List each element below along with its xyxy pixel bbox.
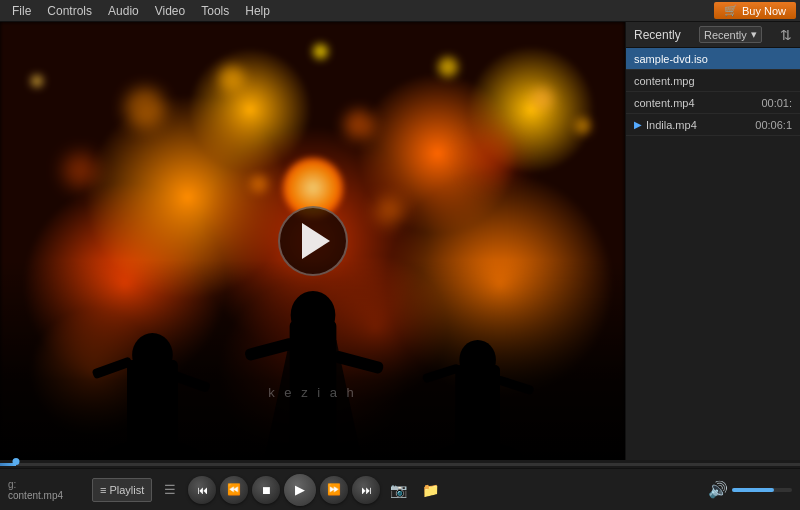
file-name-0: sample-dvd.iso (634, 53, 788, 65)
file-duration-2: 00:01: (761, 97, 792, 109)
seek-bar-container[interactable] (0, 460, 800, 468)
menu-controls[interactable]: Controls (39, 2, 100, 20)
rewind-button[interactable]: ⏪ (220, 476, 248, 504)
menu-tools[interactable]: Tools (193, 2, 237, 20)
menu-audio[interactable]: Audio (100, 2, 147, 20)
sidebar: Recently Recently ▾ ⇅ sample-dvd.iso con… (625, 22, 800, 460)
bokeh-2 (219, 66, 244, 91)
sidebar-file-item-0[interactable]: sample-dvd.iso (626, 48, 800, 70)
bottom-controls-bar: g: content.mp4 ≡ Playlist ☰ ⏮ ⏪ ⏹ ▶ ⏩ ⏭ … (0, 468, 800, 510)
file-name-2: content.mp4 (634, 97, 757, 109)
next-button[interactable]: ⏭ (352, 476, 380, 504)
file-info: g: content.mp4 (8, 479, 88, 501)
bokeh-1 (125, 88, 165, 128)
play-button[interactable] (278, 206, 348, 276)
video-area[interactable]: k e z i a h (0, 22, 625, 460)
playlist-button[interactable]: ≡ Playlist (92, 478, 152, 502)
cart-icon: 🛒 (724, 4, 738, 17)
sidebar-file-item-1[interactable]: content.mpg (626, 70, 800, 92)
buy-now-button[interactable]: 🛒 Buy Now (714, 2, 796, 19)
bokeh-8 (531, 88, 553, 110)
bokeh-6 (313, 44, 328, 59)
play-pause-button[interactable]: ▶ (284, 474, 316, 506)
sidebar-header: Recently Recently ▾ ⇅ (626, 22, 800, 48)
sidebar-file-item-3[interactable]: ▶ Indila.mp4 00:06:1 (626, 114, 800, 136)
svg-point-7 (291, 291, 336, 339)
sidebar-file-list: sample-dvd.iso content.mpg content.mp4 0… (626, 48, 800, 136)
file-info-line1: g: (8, 479, 88, 490)
playing-indicator-icon: ▶ (634, 119, 642, 130)
bokeh-4 (438, 57, 458, 77)
menu-help[interactable]: Help (237, 2, 278, 20)
list-view-button[interactable]: ☰ (156, 476, 184, 504)
playlist-lines-icon: ≡ (100, 484, 106, 496)
bokeh-7 (469, 132, 519, 182)
bokeh-5 (63, 153, 98, 188)
menu-video[interactable]: Video (147, 2, 193, 20)
seek-bar-track (0, 463, 800, 466)
sidebar-file-item-2[interactable]: content.mp4 00:01: (626, 92, 800, 114)
volume-icon[interactable]: 🔊 (708, 480, 728, 499)
bokeh-11 (375, 197, 403, 225)
svg-rect-3 (91, 356, 133, 379)
prev-button[interactable]: ⏮ (188, 476, 216, 504)
fast-forward-button[interactable]: ⏩ (320, 476, 348, 504)
file-name-3: Indila.mp4 (646, 119, 751, 131)
sort-button[interactable]: ⇅ (780, 27, 792, 43)
file-duration-3: 00:06:1 (755, 119, 792, 131)
svg-rect-15 (495, 375, 535, 395)
watermark-text: k e z i a h (268, 385, 357, 400)
bokeh-3 (344, 110, 374, 140)
file-name-1: content.mpg (634, 75, 788, 87)
svg-point-2 (132, 333, 173, 377)
volume-area: 🔊 (708, 480, 792, 499)
volume-fill (732, 488, 774, 492)
file-info-line2: content.mp4 (8, 490, 88, 501)
menu-bar: File Controls Audio Video Tools Help 🛒 B… (0, 0, 800, 22)
chevron-down-icon: ▾ (751, 28, 757, 41)
silhouette-figures (0, 260, 625, 460)
menu-file[interactable]: File (4, 2, 39, 20)
svg-point-13 (459, 340, 496, 380)
snapshot-button[interactable]: 📷 (384, 476, 412, 504)
open-folder-button[interactable]: 📁 (416, 476, 444, 504)
volume-bar[interactable] (732, 488, 792, 492)
seek-bar-thumb[interactable] (13, 458, 20, 465)
main-content: k e z i a h Recently Recently ▾ ⇅ sample… (0, 22, 800, 460)
recently-dropdown[interactable]: Recently ▾ (699, 26, 762, 43)
bokeh-10 (31, 75, 43, 87)
recently-label: Recently (634, 28, 681, 42)
stop-button[interactable]: ⏹ (252, 476, 280, 504)
